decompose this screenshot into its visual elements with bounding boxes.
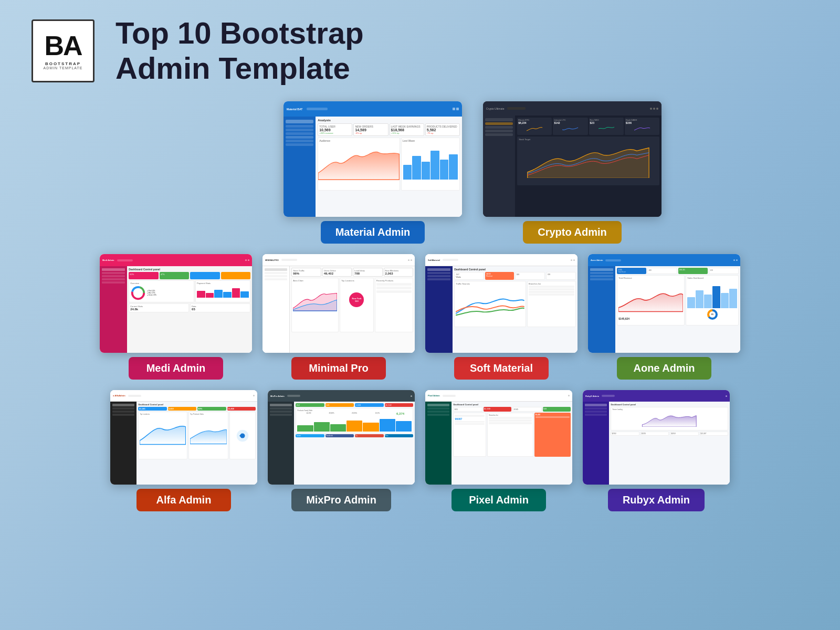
- label-wrapper-material: Material Admin: [284, 221, 462, 244]
- label-rubyx-admin: Rubyx Admin: [608, 489, 705, 511]
- label-wrapper-crypto: Crypto Admin: [483, 221, 662, 244]
- template-aone-admin[interactable]: Aone Admin: [588, 254, 740, 380]
- label-minimal-pro: Minimal Pro: [291, 357, 386, 380]
- title-line1: Top 10 Bootstrap: [116, 16, 364, 50]
- label-wrapper-alfa: Alfa Admin: [110, 489, 257, 511]
- template-medi-admin[interactable]: Medi Admin: [100, 254, 252, 380]
- template-rubyx-admin[interactable]: RubyX Admin: [583, 390, 730, 511]
- label-aone-admin: Aone Admin: [617, 357, 711, 380]
- template-material-admin[interactable]: Material BAT: [284, 101, 462, 244]
- template-soft-material[interactable]: SoftMaterial: [425, 254, 578, 380]
- template-pixel-admin[interactable]: Pixel Admin: [425, 390, 572, 511]
- header: BA BOOTSTRAP ADMIN TEMPLATE Top 10 Boots…: [0, 0, 840, 101]
- page-title: Top 10 Bootstrap Admin Template: [116, 16, 364, 86]
- screenshot-crypto-admin: Crypto Ultimate: [483, 101, 662, 217]
- label-material-admin: Material Admin: [321, 221, 425, 244]
- label-wrapper-aone: Aone Admin: [588, 357, 740, 380]
- label-soft-material: Soft Material: [454, 357, 549, 380]
- label-alfa-admin: Alfa Admin: [136, 489, 231, 511]
- template-alfa-admin[interactable]: α AlfaAdmin: [110, 390, 257, 511]
- label-wrapper-soft: Soft Material: [425, 357, 578, 380]
- logo: BA BOOTSTRAP ADMIN TEMPLATE: [32, 19, 94, 82]
- row-1: Material BAT: [21, 101, 819, 244]
- label-wrapper-minimal: Minimal Pro: [262, 357, 415, 380]
- label-wrapper-medi: Medi Admin: [100, 357, 252, 380]
- template-crypto-admin[interactable]: Crypto Ultimate: [483, 101, 662, 244]
- screenshot-pixel-admin: Pixel Admin: [425, 390, 572, 485]
- label-pixel-admin: Pixel Admin: [452, 489, 546, 511]
- screenshot-rubyx-admin: RubyX Admin: [583, 390, 730, 485]
- screenshot-medi-admin: Medi Admin: [100, 254, 252, 353]
- logo-sub: ADMIN TEMPLATE: [44, 66, 83, 70]
- logo-letters: BA: [44, 32, 81, 59]
- screenshot-alfa-admin: α AlfaAdmin: [110, 390, 257, 485]
- label-wrapper-pixel: Pixel Admin: [425, 489, 572, 511]
- logo-text: BOOTSTRAP: [45, 61, 81, 66]
- label-crypto-admin: Crypto Admin: [523, 221, 621, 244]
- template-mixpro-admin[interactable]: MixPro Admin: [268, 390, 415, 511]
- screenshot-soft-material: SoftMaterial: [425, 254, 578, 353]
- row-2: Medi Admin: [21, 254, 819, 380]
- label-wrapper-mixpro: MixPro Admin: [268, 489, 415, 511]
- screenshot-mixpro-admin: MixPro Admin: [268, 390, 415, 485]
- screenshot-aone-admin: Aone Admin: [588, 254, 740, 353]
- label-medi-admin: Medi Admin: [129, 357, 223, 380]
- template-minimal-pro[interactable]: MINIMALPRO: [262, 254, 415, 380]
- svg-point-5: [240, 433, 245, 438]
- label-mixpro-admin: MixPro Admin: [291, 489, 391, 511]
- label-wrapper-rubyx: Rubyx Admin: [583, 489, 730, 511]
- row-3: α AlfaAdmin: [21, 390, 819, 511]
- templates-grid: Material BAT: [0, 101, 840, 511]
- screenshot-minimal-pro: MINIMALPRO: [262, 254, 415, 353]
- screenshot-material-admin: Material BAT: [284, 101, 462, 217]
- title-line2: Admin Template: [116, 51, 350, 85]
